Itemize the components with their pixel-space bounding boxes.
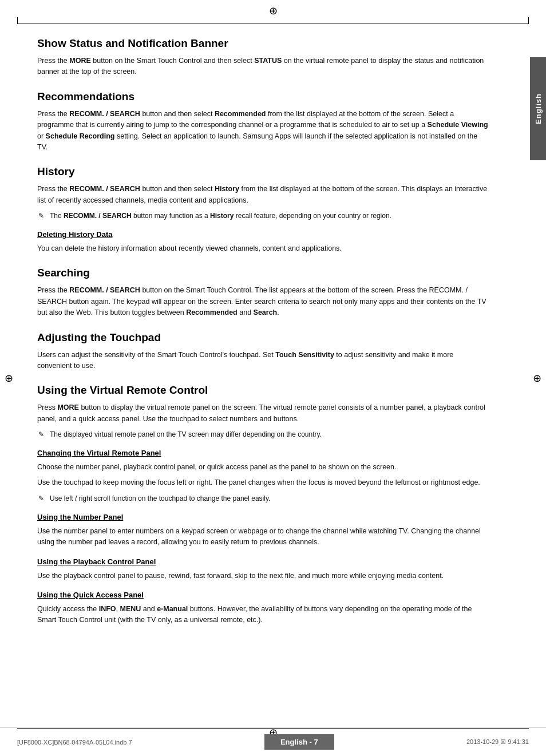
language-tab: English — [530, 57, 546, 160]
subsection-heading-changing-virtual-remote: Changing the Virtual Remote Panel — [37, 449, 489, 457]
quick-access-para: Quickly access the INFO, MENU and e-Manu… — [37, 604, 489, 626]
subsection-heading-playback-control: Using the Playback Control Panel — [37, 557, 489, 566]
section-heading-history: History — [37, 165, 489, 178]
playback-control-para: Use the playback control panel to pause,… — [37, 571, 489, 581]
history-note: The RECOMM. / SEARCH button may function… — [37, 211, 489, 221]
virtual-remote-para: Press MORE button to display the virtual… — [37, 402, 489, 425]
touchpad-para: Users can adjust the sensitivity of the … — [37, 350, 489, 372]
main-content: Show Status and Notification Banner Pres… — [0, 0, 527, 665]
footer-center: English - 7 — [264, 734, 334, 750]
show-status-para: Press the MORE button on the Smart Touch… — [37, 56, 489, 78]
footer: [UF8000-XC]BN68-04794A-05L04.indb 7 Engl… — [0, 727, 546, 756]
section-heading-virtual-remote: Using the Virtual Remote Control — [37, 384, 489, 397]
number-panel-para: Use the number panel to enter numbers on… — [37, 526, 489, 548]
changing-virtual-remote-para1: Choose the number panel, playback contro… — [37, 462, 489, 473]
subsection-heading-quick-access: Using the Quick Access Panel — [37, 591, 489, 599]
subsection-heading-deleting-history: Deleting History Data — [37, 230, 489, 239]
section-heading-searching: Searching — [37, 267, 489, 279]
section-heading-touchpad: Adjusting the Touchpad — [37, 331, 489, 344]
history-para: Press the RECOMM. / SEARCH button and th… — [37, 184, 489, 206]
recommendations-para: Press the RECOMM. / SEARCH button and th… — [37, 109, 489, 153]
reg-mark-left: ⊕ — [5, 372, 13, 385]
reg-mark-right: ⊕ — [533, 372, 541, 385]
deleting-history-para: You can delete the history information a… — [37, 243, 489, 254]
corner-tr — [528, 17, 529, 24]
footer-right: 2013-10-29 ☒ 9:41:31 — [466, 738, 529, 746]
footer-left: [UF8000-XC]BN68-04794A-05L04.indb 7 — [17, 739, 132, 746]
reg-mark-top: ⊕ — [269, 5, 278, 17]
subsection-heading-number-panel: Using the Number Panel — [37, 513, 489, 521]
section-heading-show-status: Show Status and Notification Banner — [37, 37, 489, 50]
top-border — [17, 23, 529, 23]
language-tab-label: English — [534, 93, 543, 124]
changing-virtual-remote-note: Use left / right scroll function on the … — [37, 493, 489, 504]
section-heading-recommendations: Recommendations — [37, 90, 489, 103]
virtual-remote-note: The displayed virtual remote panel on th… — [37, 429, 489, 440]
corner-tl — [17, 17, 18, 24]
changing-virtual-remote-para2: Use the touchpad to keep moving the focu… — [37, 477, 489, 488]
page: ⊕ ⊕ ⊕ ⊕ English Show Status and Notifica… — [0, 0, 546, 756]
searching-para: Press the RECOMM. / SEARCH button on the… — [37, 285, 489, 318]
